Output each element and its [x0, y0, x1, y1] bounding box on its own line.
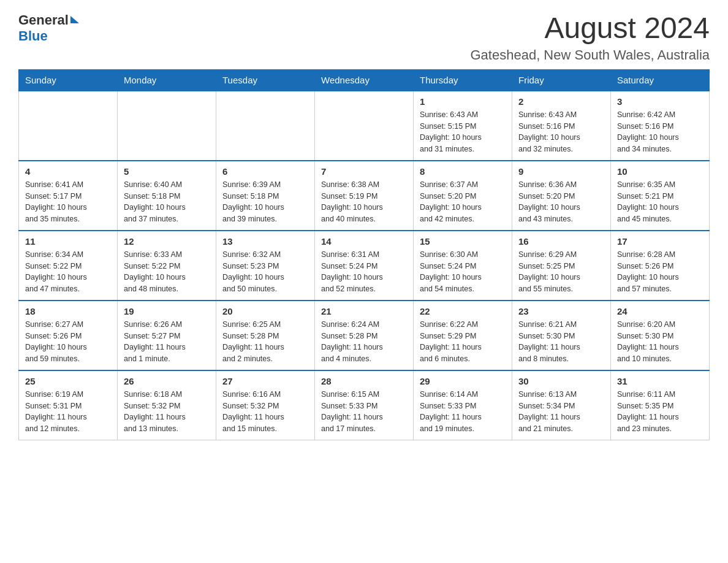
day-info: Sunrise: 6:43 AM Sunset: 5:16 PM Dayligh…: [518, 109, 604, 155]
calendar-cell: [216, 91, 315, 161]
calendar-week-row: 11Sunrise: 6:34 AM Sunset: 5:22 PM Dayli…: [19, 231, 710, 301]
day-info: Sunrise: 6:29 AM Sunset: 5:25 PM Dayligh…: [518, 249, 604, 295]
day-info: Sunrise: 6:43 AM Sunset: 5:15 PM Dayligh…: [420, 109, 506, 155]
weekday-header: Monday: [118, 69, 216, 91]
day-number: 28: [321, 376, 407, 386]
logo: General Blue: [18, 12, 79, 44]
day-info: Sunrise: 6:39 AM Sunset: 5:18 PM Dayligh…: [222, 179, 308, 225]
day-number: 19: [124, 306, 210, 316]
day-number: 8: [420, 166, 506, 177]
calendar-cell: 7Sunrise: 6:38 AM Sunset: 5:19 PM Daylig…: [315, 161, 414, 231]
weekday-header: Wednesday: [315, 69, 414, 91]
day-number: 2: [518, 96, 604, 107]
calendar-cell: 23Sunrise: 6:21 AM Sunset: 5:30 PM Dayli…: [512, 301, 611, 370]
calendar-cell: [19, 91, 118, 161]
calendar-cell: 30Sunrise: 6:13 AM Sunset: 5:34 PM Dayli…: [512, 370, 611, 440]
day-info: Sunrise: 6:40 AM Sunset: 5:18 PM Dayligh…: [124, 179, 210, 225]
calendar-cell: 11Sunrise: 6:34 AM Sunset: 5:22 PM Dayli…: [19, 231, 118, 301]
day-number: 5: [124, 166, 210, 177]
weekday-header: Friday: [512, 69, 611, 91]
day-number: 31: [617, 376, 703, 386]
location-title: Gateshead, New South Wales, Australia: [471, 47, 710, 63]
day-info: Sunrise: 6:25 AM Sunset: 5:28 PM Dayligh…: [222, 319, 308, 365]
day-number: 11: [25, 236, 111, 247]
calendar-cell: 31Sunrise: 6:11 AM Sunset: 5:35 PM Dayli…: [611, 370, 710, 440]
calendar-cell: 27Sunrise: 6:16 AM Sunset: 5:32 PM Dayli…: [216, 370, 315, 440]
weekday-header: Sunday: [19, 69, 118, 91]
day-number: 30: [518, 376, 604, 386]
calendar-cell: 13Sunrise: 6:32 AM Sunset: 5:23 PM Dayli…: [216, 231, 315, 301]
day-number: 29: [420, 376, 506, 386]
day-info: Sunrise: 6:21 AM Sunset: 5:30 PM Dayligh…: [518, 319, 604, 365]
day-info: Sunrise: 6:19 AM Sunset: 5:31 PM Dayligh…: [25, 389, 111, 435]
day-number: 6: [222, 166, 308, 177]
day-number: 12: [124, 236, 210, 247]
calendar-cell: [315, 91, 414, 161]
day-info: Sunrise: 6:34 AM Sunset: 5:22 PM Dayligh…: [25, 249, 111, 295]
day-number: 9: [518, 166, 604, 177]
calendar-cell: 15Sunrise: 6:30 AM Sunset: 5:24 PM Dayli…: [414, 231, 512, 301]
weekday-header: Thursday: [414, 69, 512, 91]
day-info: Sunrise: 6:28 AM Sunset: 5:26 PM Dayligh…: [617, 249, 703, 295]
day-number: 13: [222, 236, 308, 247]
calendar-cell: 8Sunrise: 6:37 AM Sunset: 5:20 PM Daylig…: [414, 161, 512, 231]
day-number: 23: [518, 306, 604, 316]
day-number: 1: [420, 96, 506, 107]
calendar-cell: 18Sunrise: 6:27 AM Sunset: 5:26 PM Dayli…: [19, 301, 118, 370]
calendar-cell: 24Sunrise: 6:20 AM Sunset: 5:30 PM Dayli…: [611, 301, 710, 370]
day-info: Sunrise: 6:16 AM Sunset: 5:32 PM Dayligh…: [222, 389, 308, 435]
page-header: General Blue August 2024 Gateshead, New …: [18, 12, 710, 63]
day-number: 17: [617, 236, 703, 247]
calendar-cell: 6Sunrise: 6:39 AM Sunset: 5:18 PM Daylig…: [216, 161, 315, 231]
logo-triangle-icon: [70, 16, 79, 23]
day-number: 24: [617, 306, 703, 316]
day-number: 22: [420, 306, 506, 316]
weekday-header: Tuesday: [216, 69, 315, 91]
day-info: Sunrise: 6:15 AM Sunset: 5:33 PM Dayligh…: [321, 389, 407, 435]
calendar-week-row: 4Sunrise: 6:41 AM Sunset: 5:17 PM Daylig…: [19, 161, 710, 231]
calendar-cell: 3Sunrise: 6:42 AM Sunset: 5:16 PM Daylig…: [611, 91, 710, 161]
day-info: Sunrise: 6:14 AM Sunset: 5:33 PM Dayligh…: [420, 389, 506, 435]
day-info: Sunrise: 6:33 AM Sunset: 5:22 PM Dayligh…: [124, 249, 210, 295]
calendar-header-row: SundayMondayTuesdayWednesdayThursdayFrid…: [19, 69, 710, 91]
calendar-cell: 4Sunrise: 6:41 AM Sunset: 5:17 PM Daylig…: [19, 161, 118, 231]
calendar-cell: [118, 91, 216, 161]
title-section: August 2024 Gateshead, New South Wales, …: [471, 12, 710, 63]
day-number: 7: [321, 166, 407, 177]
day-info: Sunrise: 6:36 AM Sunset: 5:20 PM Dayligh…: [518, 179, 604, 225]
calendar-cell: 20Sunrise: 6:25 AM Sunset: 5:28 PM Dayli…: [216, 301, 315, 370]
calendar-week-row: 18Sunrise: 6:27 AM Sunset: 5:26 PM Dayli…: [19, 301, 710, 370]
calendar-week-row: 25Sunrise: 6:19 AM Sunset: 5:31 PM Dayli…: [19, 370, 710, 440]
day-info: Sunrise: 6:11 AM Sunset: 5:35 PM Dayligh…: [617, 389, 703, 435]
calendar-cell: 21Sunrise: 6:24 AM Sunset: 5:28 PM Dayli…: [315, 301, 414, 370]
day-number: 4: [25, 166, 111, 177]
day-info: Sunrise: 6:31 AM Sunset: 5:24 PM Dayligh…: [321, 249, 407, 295]
month-title: August 2024: [471, 12, 710, 45]
calendar-table: SundayMondayTuesdayWednesdayThursdayFrid…: [18, 69, 710, 440]
day-info: Sunrise: 6:13 AM Sunset: 5:34 PM Dayligh…: [518, 389, 604, 435]
calendar-cell: 29Sunrise: 6:14 AM Sunset: 5:33 PM Dayli…: [414, 370, 512, 440]
weekday-header: Saturday: [611, 69, 710, 91]
calendar-cell: 26Sunrise: 6:18 AM Sunset: 5:32 PM Dayli…: [118, 370, 216, 440]
calendar-cell: 19Sunrise: 6:26 AM Sunset: 5:27 PM Dayli…: [118, 301, 216, 370]
day-info: Sunrise: 6:26 AM Sunset: 5:27 PM Dayligh…: [124, 319, 210, 365]
day-number: 26: [124, 376, 210, 386]
day-info: Sunrise: 6:22 AM Sunset: 5:29 PM Dayligh…: [420, 319, 506, 365]
calendar-cell: 1Sunrise: 6:43 AM Sunset: 5:15 PM Daylig…: [414, 91, 512, 161]
day-number: 3: [617, 96, 703, 107]
logo-general-text: General: [18, 12, 69, 28]
calendar-week-row: 1Sunrise: 6:43 AM Sunset: 5:15 PM Daylig…: [19, 91, 710, 161]
calendar-cell: 16Sunrise: 6:29 AM Sunset: 5:25 PM Dayli…: [512, 231, 611, 301]
day-info: Sunrise: 6:35 AM Sunset: 5:21 PM Dayligh…: [617, 179, 703, 225]
calendar-cell: 2Sunrise: 6:43 AM Sunset: 5:16 PM Daylig…: [512, 91, 611, 161]
day-info: Sunrise: 6:42 AM Sunset: 5:16 PM Dayligh…: [617, 109, 703, 155]
logo-blue-text: Blue: [18, 28, 48, 44]
day-info: Sunrise: 6:24 AM Sunset: 5:28 PM Dayligh…: [321, 319, 407, 365]
calendar-cell: 5Sunrise: 6:40 AM Sunset: 5:18 PM Daylig…: [118, 161, 216, 231]
day-number: 25: [25, 376, 111, 386]
calendar-cell: 22Sunrise: 6:22 AM Sunset: 5:29 PM Dayli…: [414, 301, 512, 370]
calendar-cell: 25Sunrise: 6:19 AM Sunset: 5:31 PM Dayli…: [19, 370, 118, 440]
day-info: Sunrise: 6:27 AM Sunset: 5:26 PM Dayligh…: [25, 319, 111, 365]
day-number: 10: [617, 166, 703, 177]
day-info: Sunrise: 6:20 AM Sunset: 5:30 PM Dayligh…: [617, 319, 703, 365]
